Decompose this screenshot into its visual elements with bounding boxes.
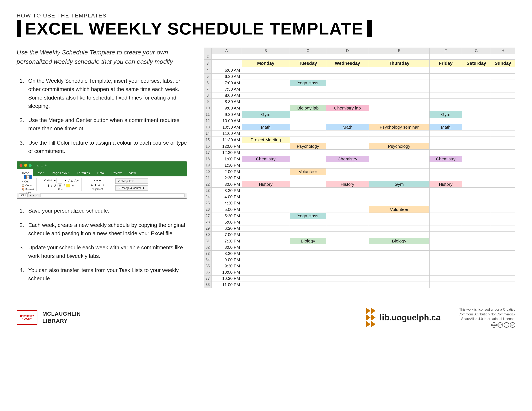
license-info: This work is licensed under a Creative C… [445, 307, 515, 327]
formula-input[interactable] [40, 193, 185, 197]
cell-31-3: Biology [369, 238, 429, 244]
cell-15-3 [369, 137, 429, 143]
copy-button[interactable]: 📋 Copy [22, 184, 34, 187]
align-right-button[interactable]: ➡ [98, 183, 100, 187]
time-27: 5:30 PM [211, 213, 242, 219]
cell-29-2 [326, 225, 369, 232]
cell-19-0 [242, 162, 290, 169]
cell-34-0 [242, 257, 290, 263]
cut-button[interactable]: ✂ Cut [22, 180, 34, 183]
schedule-row-27: 275:30 PMYoga class [204, 213, 515, 219]
cell-15-0: Project Meeting [242, 137, 290, 143]
cell-13-4: Math [429, 124, 462, 131]
underline-button[interactable]: U [54, 184, 56, 187]
tab-formulas[interactable]: Formulas [73, 169, 94, 176]
cell-7-6 [491, 86, 515, 93]
merge-dropdown-icon[interactable]: ▼ [142, 186, 145, 190]
font-color-button[interactable]: A [72, 184, 74, 187]
tab-data[interactable]: Data [94, 169, 108, 176]
time-35: 9:30 PM [211, 263, 242, 269]
cell-30-3 [369, 232, 429, 238]
cell-34-3 [369, 257, 429, 263]
toolbar-titlebar: □ □ ↻ [17, 162, 187, 169]
formula-separator: ✕ ✓ [29, 194, 35, 197]
row-num-27: 27 [204, 213, 211, 219]
cell-25-4 [429, 200, 462, 206]
cell-26-4 [429, 206, 462, 213]
cell-18-3 [369, 156, 429, 162]
highlight-color-button[interactable]: A [64, 184, 70, 187]
grow-font-button[interactable]: A▲ [68, 179, 73, 182]
row-num-25: 25 [204, 200, 211, 206]
border-button[interactable]: ⊞ [57, 183, 62, 187]
cell-35-2 [326, 263, 369, 269]
font-name-select[interactable]: Calibri [42, 178, 57, 183]
chevron-6 [371, 321, 376, 327]
cell-28-6 [491, 219, 515, 225]
row-num-22: 22 [204, 181, 211, 188]
cell-36-2 [326, 269, 369, 276]
cell-14-3 [369, 131, 429, 137]
schedule-row-8: 88:00 AM [204, 93, 515, 99]
merge-center-button[interactable]: ⇔ Merge & Center ▼ [115, 185, 148, 191]
schedule-row-9: 98:30 AM [204, 99, 515, 105]
cell-33-5 [462, 251, 491, 257]
bold-button[interactable]: B [48, 184, 50, 187]
cell-34-5 [462, 257, 491, 263]
chevron-row-3 [366, 321, 376, 327]
corner-cell [204, 48, 211, 54]
tab-review[interactable]: Review [108, 169, 125, 176]
cc-icon: CC [491, 322, 497, 328]
cell-22-1 [290, 181, 326, 188]
cell-12-4 [429, 118, 462, 124]
cell-4-5 [462, 67, 491, 74]
cell-ref: K12 [19, 193, 28, 197]
cell-9-6 [491, 99, 515, 105]
cell-28-4 [429, 219, 462, 225]
nc-icon: NC [504, 322, 509, 328]
align-bottom-button[interactable]: ≡ [99, 179, 101, 182]
cell-24-6 [491, 194, 515, 200]
cell-13-0: Math [242, 124, 290, 131]
cell-18-0: Chemistry [242, 156, 290, 162]
cell-4-3 [369, 67, 429, 74]
indent-button[interactable]: ⇥ [101, 183, 104, 187]
cell-32-0 [242, 244, 290, 251]
cell-7-0 [242, 86, 290, 93]
cell-12-2 [326, 118, 369, 124]
cell-37-3 [369, 276, 429, 282]
tab-page-layout[interactable]: Page Layout [48, 169, 73, 176]
col-d: D [326, 48, 369, 54]
italic-button[interactable]: I [51, 184, 52, 187]
time-21: 2:30 PM [211, 175, 242, 181]
cell-31-4 [429, 238, 462, 244]
align-top-button[interactable]: ≡ [94, 179, 95, 182]
tab-view[interactable]: View [125, 169, 139, 176]
row-num-15: 15 [204, 137, 211, 143]
cell-33-6 [491, 251, 515, 257]
row-num-35: 35 [204, 263, 211, 269]
row-num-13: 13 [204, 124, 211, 131]
cell-21-5 [462, 175, 491, 181]
cell-30-4 [429, 232, 462, 238]
cell-10-3 [369, 105, 429, 111]
black-bar-right [367, 20, 372, 37]
align-left-button[interactable]: ⬅ [91, 183, 93, 187]
schedule-row-30: 307:00 PM [204, 232, 515, 238]
cell-31-6 [491, 238, 515, 244]
font-size-select[interactable]: 16 [58, 178, 67, 183]
cell-5-6 [491, 74, 515, 80]
align-center-button[interactable]: ⬆ [94, 183, 97, 187]
wrap-text-button[interactable]: ↵ Wrap Text [115, 179, 148, 184]
tab-insert[interactable]: Insert [33, 169, 48, 176]
cell-24-1 [290, 194, 326, 200]
format-button[interactable]: 🎨 Format [22, 188, 34, 191]
schedule-row-37: 3710:30 PM [204, 276, 515, 282]
cell-15-2 [326, 137, 369, 143]
cell-28-5 [462, 219, 491, 225]
cell-36-6 [491, 269, 515, 276]
cell-15-5 [462, 137, 491, 143]
shrink-font-button[interactable]: A▼ [74, 179, 79, 182]
align-middle-button[interactable]: ≡ [96, 179, 98, 182]
chevron-5 [366, 321, 370, 327]
